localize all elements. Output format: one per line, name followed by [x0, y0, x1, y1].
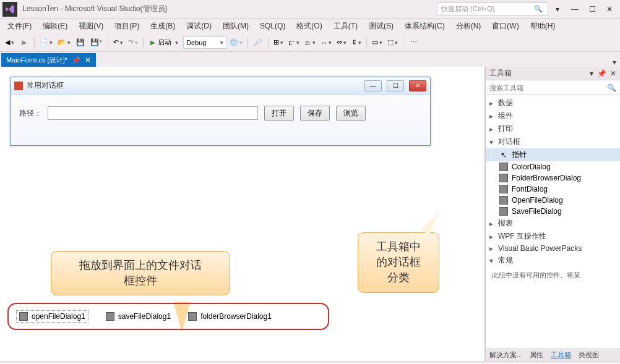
tray-item-savefiledialog[interactable]: saveFileDialog1 — [106, 312, 171, 321]
menu-view[interactable]: 视图(V) — [74, 20, 108, 33]
quick-launch-input[interactable]: 快速启动 (Ctrl+Q) 🔍 — [437, 2, 548, 16]
align-left-button[interactable]: ⫍▾ — [286, 36, 301, 49]
toolbox-category-printing[interactable]: 打印 — [486, 122, 620, 135]
hspace-button[interactable]: ⇔▾ — [335, 36, 348, 49]
config-combo[interactable]: Debug ▾ — [183, 36, 226, 49]
search-icon: 🔍 — [534, 5, 544, 13]
toolbox-search-input[interactable] — [489, 84, 607, 91]
designer-surface[interactable]: 常用对话框 — ☐ ✕ 路径： 打开 保存 浏览 拖放到界面上的文件对话 框控件… — [0, 67, 485, 361]
toolbox-empty-text: 此组中没有可用的控件。将某 — [486, 267, 620, 284]
menu-file[interactable]: 文件(F) — [2, 20, 37, 33]
toolbar: ◀▾ ▶ 📄▾ 📂▾ 💾 💾⁺ ↶▾ ↷▾ ▶ 启动 ▾ Debug ▾ 🌐▾ … — [0, 33, 620, 52]
sidebar-tab-properties[interactable]: 属性 — [526, 349, 547, 361]
callout-toolbox: 工具箱中 的对话框 分类 — [358, 232, 439, 293]
save-file-button[interactable]: 保存 — [300, 106, 330, 121]
path-textbox[interactable] — [48, 106, 258, 120]
toolbox-dropdown-icon[interactable]: ▾ — [590, 69, 593, 78]
toolbox-category-wpf[interactable]: WPF 互操作性 — [486, 230, 620, 243]
callout-tail-icon — [421, 210, 443, 235]
form-title: 常用对话框 — [27, 80, 64, 91]
component-icon — [499, 196, 508, 205]
pointer-icon: ↖ — [499, 151, 508, 159]
pin-icon[interactable]: 📌 — [597, 69, 606, 78]
component-icon — [188, 312, 197, 321]
component-icon — [499, 163, 508, 171]
menu-sql[interactable]: SQL(Q) — [255, 20, 290, 32]
toolbox-pane: 工具箱 ▾ 📌 ✕ 🔍 数据 组件 打印 对话框 ↖指针 ColorDialog… — [485, 67, 620, 361]
component-icon — [499, 174, 508, 182]
tabstrip-dropdown-icon[interactable]: ▾ — [613, 58, 616, 67]
save-button[interactable]: 💾 — [74, 36, 87, 49]
align-top-button[interactable]: ⫐▾ — [303, 36, 317, 49]
menu-edit[interactable]: 编辑(E) — [38, 20, 72, 33]
sidebar-tab-toolbox[interactable]: 工具箱 — [547, 349, 575, 361]
order-button[interactable]: ⬚▾ — [385, 36, 400, 49]
menu-analyze[interactable]: 分析(N) — [451, 20, 486, 33]
toolbox-search[interactable]: 🔍 — [486, 80, 620, 95]
menu-test[interactable]: 测试(S) — [364, 20, 398, 33]
toolbox-category-data[interactable]: 数据 — [486, 96, 620, 109]
menu-debug[interactable]: 调试(D) — [181, 20, 217, 33]
start-debug-button[interactable]: ▶ 启动 ▾ — [147, 36, 182, 49]
designed-form[interactable]: 常用对话框 — ☐ ✕ 路径： 打开 保存 浏览 — [10, 77, 431, 146]
new-project-button[interactable]: 📄▾ — [38, 36, 54, 49]
nav-forward-button[interactable]: ▶ — [17, 36, 31, 49]
toolbox-category-general[interactable]: 常规 — [486, 254, 620, 267]
browse-button[interactable]: 浏览 — [336, 106, 366, 121]
close-icon[interactable]: ✕ — [610, 69, 616, 78]
close-button[interactable]: ✕ — [601, 3, 618, 15]
tab-close-icon[interactable]: ✕ — [85, 56, 91, 64]
nav-back-button[interactable]: ◀▾ — [2, 36, 16, 49]
toolbox-title: 工具箱 — [489, 68, 512, 78]
toolbox-item-folderbrowserdialog[interactable]: FolderBrowserDialog — [486, 172, 620, 184]
form-icon — [14, 82, 23, 90]
browser-select-button[interactable]: 🌐▾ — [228, 36, 244, 49]
more-button[interactable]: ⋯ — [407, 36, 420, 49]
menu-project[interactable]: 项目(P) — [110, 20, 144, 33]
play-icon: ▶ — [150, 39, 155, 46]
pin-icon[interactable]: 📌 — [72, 57, 80, 64]
tray-item-folderbrowserdialog[interactable]: folderBrowserDialog1 — [188, 312, 272, 321]
save-all-button[interactable]: 💾⁺ — [88, 36, 105, 49]
toolbox-item-fontdialog[interactable]: FontDialog — [486, 184, 620, 195]
open-file-button[interactable]: 📂▾ — [56, 36, 72, 49]
minimize-button[interactable]: — — [567, 3, 583, 15]
menu-help[interactable]: 帮助(H) — [525, 20, 561, 33]
menu-architecture[interactable]: 体系结构(C) — [400, 20, 450, 33]
open-button[interactable]: 打开 — [264, 106, 294, 121]
window-title: LessonTen - Microsoft Visual Studio(管理员) — [22, 4, 168, 14]
center-h-button[interactable]: ▭▾ — [370, 36, 384, 49]
form-minimize-button[interactable]: — — [364, 80, 382, 91]
same-width-button[interactable]: ↔▾ — [319, 36, 334, 49]
document-tab[interactable]: MainForm.cs [设计]* 📌 ✕ — [1, 53, 96, 67]
toolbox-category-dialogs[interactable]: 对话框 — [486, 135, 620, 148]
sidebar-tab-solution[interactable]: 解决方案... — [486, 349, 526, 361]
toolbox-item-openfiledialog[interactable]: OpenFileDialog — [486, 195, 620, 206]
menubar: 文件(F) 编辑(E) 视图(V) 项目(P) 生成(B) 调试(D) 团队(M… — [0, 19, 620, 33]
tray-item-openfiledialog[interactable]: openFileDialog1 — [16, 310, 88, 323]
menu-team[interactable]: 团队(M) — [218, 20, 254, 33]
toolbox-category-reports[interactable]: 报表 — [486, 217, 620, 230]
toolbox-category-vbpp[interactable]: Visual Basic PowerPacks — [486, 243, 620, 254]
toolbox-item-savefiledialog[interactable]: SaveFileDialog — [486, 206, 620, 217]
undo-button[interactable]: ↶▾ — [111, 36, 125, 49]
menu-window[interactable]: 窗口(W) — [487, 20, 523, 33]
vspace-button[interactable]: ⇕▾ — [350, 36, 363, 49]
sidebar-tab-classview[interactable]: 类视图 — [575, 349, 603, 361]
menu-tools[interactable]: 工具(T) — [329, 20, 363, 33]
menu-format[interactable]: 格式(O) — [291, 20, 327, 33]
form-close-button[interactable]: ✕ — [409, 80, 426, 91]
redo-button[interactable]: ↷▾ — [126, 36, 140, 49]
chevron-down-icon[interactable]: ▾ — [552, 5, 563, 14]
toolbox-category-components[interactable]: 组件 — [486, 109, 620, 122]
path-label: 路径： — [19, 108, 41, 119]
layout-group-button[interactable]: ⊞▾ — [272, 36, 285, 49]
toolbox-item-pointer[interactable]: ↖指针 — [486, 148, 620, 161]
menu-build[interactable]: 生成(B) — [145, 20, 180, 33]
maximize-button[interactable]: ☐ — [584, 3, 600, 15]
error-list-panel[interactable]: 错误列表 — [0, 361, 620, 364]
form-maximize-button[interactable]: ☐ — [387, 80, 404, 91]
component-tray: openFileDialog1 saveFileDialog1 folderBr… — [7, 303, 329, 330]
find-button[interactable]: 🔎 — [251, 36, 265, 49]
toolbox-item-colordialog[interactable]: ColorDialog — [486, 161, 620, 172]
